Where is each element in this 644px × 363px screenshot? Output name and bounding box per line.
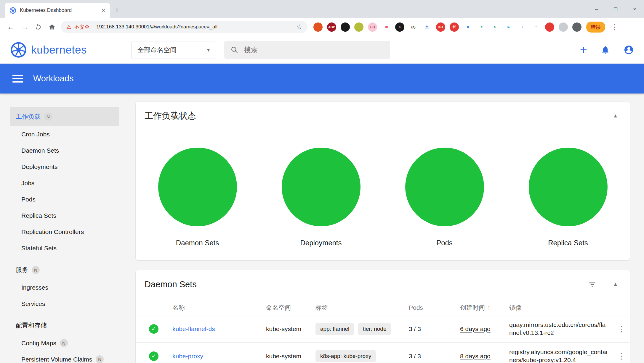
- status-donut-label: Pods: [436, 239, 453, 247]
- sidebar-item[interactable]: Stateful Sets: [10, 240, 119, 256]
- search-input[interactable]: [244, 46, 384, 54]
- browser-tab[interactable]: Kubernetes Dashboard ×: [5, 3, 110, 18]
- table-body: ✓ kube-flannel-ds kube-system app: flann…: [136, 315, 630, 363]
- sidebar-item[interactable]: Deployments: [10, 159, 119, 175]
- extension-icon[interactable]: [572, 22, 581, 32]
- extension-icon[interactable]: 10: [382, 22, 391, 32]
- sidebar-item[interactable]: Pods: [10, 191, 119, 207]
- new-tab-button[interactable]: +: [115, 6, 119, 14]
- extension-icon[interactable]: 8: [463, 22, 472, 32]
- images-column-header[interactable]: 镜像: [509, 304, 613, 312]
- extension-icon[interactable]: [313, 22, 323, 32]
- refresh-button[interactable]: [31, 20, 45, 34]
- address-bar[interactable]: ⚠ 不安全 192.168.133.140:30001/#/workloads?…: [61, 21, 307, 33]
- menu-toggle-button[interactable]: [12, 75, 23, 83]
- status-ok-icon: ✓: [149, 324, 158, 334]
- collapse-button[interactable]: ▲: [613, 113, 618, 119]
- maximize-button[interactable]: □: [606, 0, 625, 18]
- namespaced-badge: N: [96, 355, 104, 363]
- sidebar-item[interactable]: Daemon Sets: [10, 142, 119, 159]
- sidebar-item[interactable]: Config Maps N: [10, 335, 119, 351]
- extension-icon[interactable]: {≡}: [409, 22, 418, 32]
- extension-icon[interactable]: ○: [395, 22, 404, 32]
- sidebar-item[interactable]: Cron Jobs: [10, 126, 119, 142]
- status-donut-label: Replica Sets: [548, 239, 588, 247]
- error-badge[interactable]: 错误: [586, 22, 605, 33]
- home-button[interactable]: [45, 20, 59, 34]
- tab-close-icon[interactable]: ×: [102, 7, 105, 14]
- extension-icon[interactable]: ≡: [477, 22, 486, 32]
- daemonsets-table: 名称 命名空间 标签 Pods 创建时间↑ 镜像 ✓: [136, 300, 630, 363]
- extension-icon[interactable]: [545, 22, 554, 32]
- sidebar-item[interactable]: Replica Sets: [10, 207, 119, 224]
- row-menu-button[interactable]: ⋮: [617, 351, 625, 361]
- extension-icon[interactable]: [354, 22, 363, 32]
- filter-list-icon: [588, 280, 596, 288]
- collapse-button[interactable]: ▲: [613, 281, 618, 287]
- namespace-selector[interactable]: 全部命名空间 ▾: [131, 41, 216, 59]
- extension-icon[interactable]: ↓: [518, 22, 527, 32]
- kubernetes-logo[interactable]: kubernetes: [10, 41, 87, 58]
- forward-button[interactable]: →: [18, 20, 31, 34]
- extension-icon[interactable]: 101: [368, 22, 377, 32]
- kubernetes-header: kubernetes 全部命名空间 ▾ +: [0, 36, 644, 64]
- extension-icon[interactable]: ▶: [504, 22, 513, 32]
- labels-column-header[interactable]: 标签: [315, 304, 409, 312]
- sidebar-item-label: Cron Jobs: [21, 131, 50, 138]
- extension-icon[interactable]: 99+: [436, 22, 445, 32]
- hamburger-icon: [12, 75, 23, 76]
- workload-status-chart: Replica Sets: [506, 148, 630, 247]
- kubernetes-wheel-icon: [10, 41, 27, 58]
- extension-icon[interactable]: 折: [450, 22, 459, 32]
- sidebar-item[interactable]: Jobs: [10, 175, 119, 191]
- sidebar-item[interactable]: Services: [10, 296, 119, 312]
- image-cell: registry.aliyuncs.com/google_containers/…: [509, 348, 613, 363]
- namespaced-badge: N: [44, 113, 52, 121]
- row-menu-button[interactable]: ⋮: [617, 324, 625, 334]
- extension-icon[interactable]: S: [491, 22, 500, 32]
- extension-icon[interactable]: 文: [422, 22, 432, 32]
- resource-link[interactable]: kube-proxy: [172, 353, 266, 360]
- security-warning-label[interactable]: 不安全: [74, 24, 89, 30]
- status-donut: [158, 148, 237, 226]
- url-text[interactable]: 192.168.133.140:30001/#/workloads?namesp…: [96, 24, 293, 30]
- sidebar-item[interactable]: 工作负载 N: [10, 107, 119, 126]
- sidebar-item[interactable]: 服务 N: [10, 260, 119, 279]
- window-controls: – □ ×: [587, 0, 644, 18]
- browser-window: Kubernetes Dashboard × + – □ × ← → ⚠ 不安全…: [0, 0, 644, 363]
- notifications-button[interactable]: [601, 45, 610, 54]
- table-header-row: 名称 命名空间 标签 Pods 创建时间↑ 镜像: [136, 300, 630, 315]
- account-button[interactable]: [624, 45, 634, 55]
- card-title: Daemon Sets: [145, 280, 197, 289]
- sidebar-item-label: Daemon Sets: [21, 147, 59, 154]
- pods-cell: 3 / 3: [409, 353, 460, 360]
- workload-status-chart: Deployments: [259, 148, 383, 247]
- bookmark-star-icon[interactable]: ☆: [296, 23, 302, 31]
- namespace-column-header[interactable]: 命名空间: [266, 304, 315, 312]
- label-chip: tier: node: [358, 323, 391, 335]
- sidebar-item[interactable]: Ingresses: [10, 279, 119, 296]
- back-button[interactable]: ←: [4, 20, 18, 34]
- brand-title: kubernetes: [31, 44, 87, 56]
- create-resource-button[interactable]: +: [580, 44, 587, 56]
- browser-menu-button[interactable]: ⋮: [609, 23, 621, 31]
- extension-icon[interactable]: [559, 22, 568, 32]
- extension-icon[interactable]: ABP: [327, 22, 336, 32]
- extension-icon[interactable]: *: [531, 22, 541, 32]
- minimize-button[interactable]: –: [587, 0, 606, 18]
- sidebar-item[interactable]: Persistent Volume Claims N: [10, 351, 119, 363]
- sidebar-item[interactable]: Replication Controllers: [10, 224, 119, 240]
- resource-link[interactable]: kube-flannel-ds: [172, 325, 266, 333]
- name-column-header[interactable]: 名称: [172, 304, 266, 312]
- account-icon: [624, 45, 634, 55]
- kubernetes-favicon-icon: [9, 7, 16, 14]
- filter-button[interactable]: [588, 280, 596, 288]
- created-column-header[interactable]: 创建时间↑: [460, 304, 509, 312]
- sidebar-item-label: 配置和存储: [16, 321, 47, 330]
- security-warning-icon[interactable]: ⚠: [66, 24, 71, 30]
- sidebar-item[interactable]: 配置和存储: [10, 316, 119, 335]
- pods-column-header[interactable]: Pods: [409, 304, 460, 311]
- app-bar: Workloads: [0, 64, 644, 93]
- extension-icon[interactable]: [341, 22, 350, 32]
- close-button[interactable]: ×: [625, 0, 644, 18]
